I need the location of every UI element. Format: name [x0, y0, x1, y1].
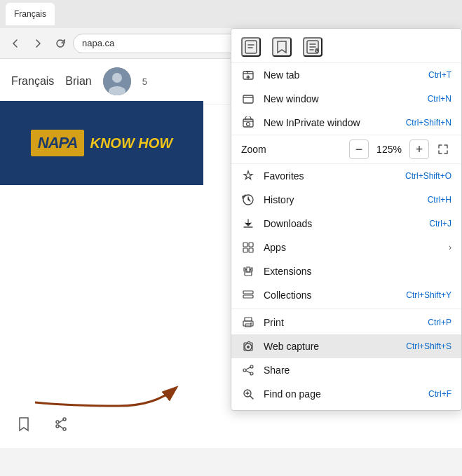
menu-item-inprivate[interactable]: New InPrivate window Ctrl+Shift+N [231, 111, 461, 135]
svg-rect-16 [245, 41, 257, 53]
svg-rect-28 [245, 272, 252, 276]
extensions-menu-icon [241, 264, 255, 278]
collections-label: Collections [264, 290, 398, 301]
favorites-label: Favorites [264, 170, 397, 182]
menu-divider [231, 308, 461, 309]
new-window-label: New window [264, 93, 419, 104]
extensions-label: Extensions [264, 266, 451, 277]
bookmark-pocket-button[interactable] [272, 37, 292, 57]
pocket-icons-row [231, 33, 461, 63]
svg-point-14 [112, 73, 122, 83]
svg-rect-26 [243, 248, 247, 252]
apps-menu-icon [241, 240, 255, 254]
zoom-value: 125% [374, 144, 404, 155]
svg-point-38 [243, 369, 246, 372]
history-menu-icon [241, 193, 255, 207]
web-capture-label: Web capture [264, 341, 398, 352]
share-label: Share [264, 365, 451, 376]
history-shortcut: Ctrl+H [428, 195, 451, 205]
zoom-fullscreen-button[interactable] [435, 141, 451, 158]
new-tab-label: New tab [264, 69, 420, 81]
napa-banner: NAPA KNOW HOW [0, 101, 203, 185]
print-menu-icon [241, 315, 255, 329]
tab-label: Français [14, 9, 46, 19]
svg-rect-20 [243, 95, 253, 103]
menu-item-new-tab[interactable]: New tab Ctrl+T [231, 63, 461, 87]
menu-item-extensions[interactable]: Extensions [231, 259, 461, 283]
zoom-row: Zoom − 125% + [231, 135, 461, 164]
history-label: History [264, 194, 419, 205]
inprivate-shortcut: Ctrl+Shift+N [406, 118, 451, 128]
menu-item-web-capture[interactable]: Web capture Ctrl+Shift+S [231, 334, 461, 358]
page-title-brian: Brian [65, 75, 91, 88]
back-button[interactable] [6, 34, 25, 53]
find-on-page-label: Find on page [264, 388, 420, 400]
svg-rect-25 [249, 243, 253, 247]
new-window-shortcut: Ctrl+N [428, 94, 451, 104]
know-how-text: KNOW HOW [90, 135, 172, 151]
zoom-increase-button[interactable]: + [409, 140, 429, 159]
active-tab[interactable]: Français [6, 3, 55, 25]
browser-window: Français D 44 [0, 0, 462, 476]
favorites-shortcut: Ctrl+Shift+O [405, 171, 451, 181]
apps-chevron-icon: › [449, 243, 451, 252]
page-title-francais: Français [11, 75, 54, 88]
svg-rect-29 [243, 291, 253, 294]
downloads-shortcut: Ctrl+J [429, 219, 451, 229]
menu-item-apps[interactable]: Apps › [231, 236, 461, 259]
menu-item-new-window[interactable]: New window Ctrl+N [231, 87, 461, 111]
read-later-button[interactable] [303, 37, 322, 57]
new-tab-shortcut: Ctrl+T [428, 70, 451, 80]
svg-rect-31 [245, 318, 252, 321]
downloads-menu-icon [241, 217, 255, 231]
menu-item-share[interactable]: Share [231, 358, 461, 382]
svg-point-18 [315, 48, 319, 53]
find-on-page-menu-icon [241, 387, 255, 401]
svg-point-39 [250, 372, 253, 375]
page-avatar [103, 67, 131, 95]
downloads-label: Downloads [264, 218, 421, 229]
refresh-button[interactable] [50, 34, 70, 53]
svg-point-34 [250, 322, 252, 324]
page-number: 5 [142, 76, 147, 87]
favorites-menu-icon [241, 169, 255, 183]
share-menu-icon [241, 363, 255, 377]
new-window-icon [241, 92, 255, 106]
svg-point-36 [247, 346, 250, 348]
find-on-page-shortcut: Ctrl+F [428, 389, 451, 399]
save-pocket-button[interactable] [241, 37, 261, 57]
action-row [14, 414, 70, 434]
menu-item-history[interactable]: History Ctrl+H [231, 188, 461, 212]
zoom-label: Zoom [241, 144, 344, 155]
inprivate-label: New InPrivate window [264, 117, 398, 128]
menu-item-favorites[interactable]: Favorites Ctrl+Shift+O [231, 164, 461, 188]
forward-button[interactable] [28, 34, 48, 53]
menu-item-print[interactable]: Print Ctrl+P [231, 311, 461, 334]
web-capture-menu-icon [241, 339, 255, 353]
napa-logo: NAPA [31, 130, 85, 156]
bookmark-action-button[interactable] [14, 414, 34, 434]
collections-shortcut: Ctrl+Shift+Y [406, 290, 451, 300]
new-tab-icon [241, 68, 255, 82]
menu-item-find-on-page[interactable]: Find on page Ctrl+F [231, 382, 461, 406]
web-capture-shortcut: Ctrl+Shift+S [406, 341, 451, 351]
svg-point-22 [247, 123, 250, 126]
collections-menu-icon [241, 288, 255, 302]
print-shortcut: Ctrl+P [428, 318, 451, 327]
menu-item-collections[interactable]: Collections Ctrl+Shift+Y [231, 283, 461, 307]
menu-item-downloads[interactable]: Downloads Ctrl+J [231, 212, 461, 236]
print-label: Print [264, 317, 419, 328]
share-action-button[interactable] [50, 414, 70, 434]
svg-point-37 [250, 365, 253, 368]
dropdown-menu: New tab Ctrl+T New window Ctrl+N [231, 28, 462, 411]
svg-rect-30 [243, 295, 253, 298]
inprivate-icon [241, 116, 255, 130]
zoom-decrease-button[interactable]: − [349, 140, 369, 159]
svg-rect-24 [243, 243, 247, 247]
tab-bar: Français [0, 0, 462, 28]
pointer-arrow [28, 367, 182, 409]
apps-label: Apps [264, 242, 440, 253]
svg-rect-27 [249, 248, 253, 252]
